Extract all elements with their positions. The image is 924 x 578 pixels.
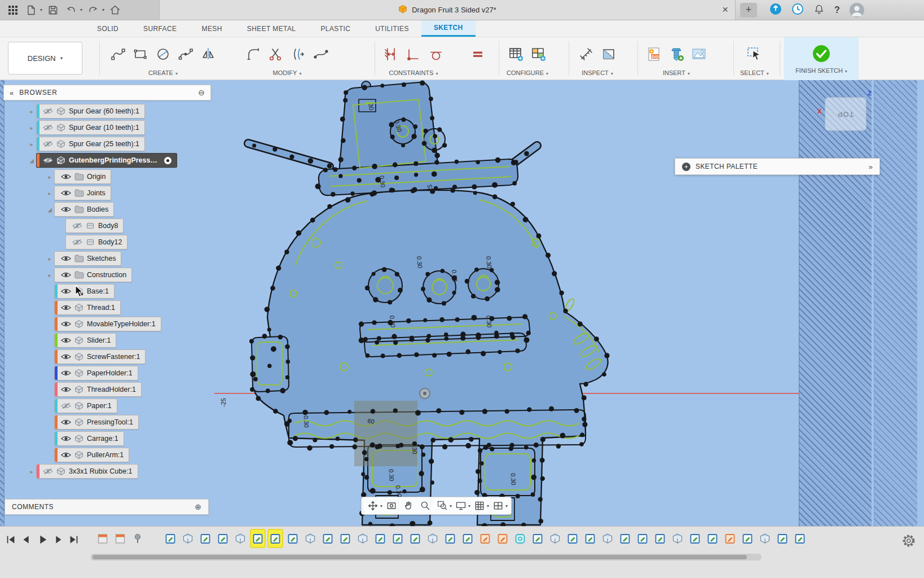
browser-item-gutenbergprintingpress[interactable]: GutenbergPrintingPress… (36, 153, 177, 168)
timeline-feature-cube[interactable] (601, 530, 614, 547)
undo-caret-icon[interactable]: ▾ (80, 7, 82, 12)
horizontal-vertical-constraint-button[interactable] (403, 42, 424, 67)
select-menu[interactable]: SELECT (740, 69, 769, 76)
visibility-eye-icon[interactable] (60, 353, 72, 360)
timeline-feature-group[interactable] (96, 530, 109, 547)
timeline-feature-sketch[interactable] (338, 530, 352, 547)
browser-item-pressingtool-1[interactable]: PressingTool:1 (54, 415, 139, 430)
browser-item-thread-1[interactable]: Thread:1 (54, 300, 121, 315)
browser-item-construction[interactable]: Construction (54, 268, 132, 282)
tangent-constraint-button[interactable] (425, 42, 447, 67)
browser-item-carrage-1[interactable]: Carrage:1 (54, 431, 124, 446)
visibility-eye-off-icon[interactable] (42, 141, 54, 147)
visibility-eye-icon[interactable] (60, 206, 72, 213)
timeline-feature-sketch[interactable] (321, 530, 335, 547)
visibility-eye-off-icon[interactable] (72, 222, 83, 229)
offset-tool-button[interactable] (288, 42, 309, 67)
go-to-end-button[interactable] (67, 532, 81, 547)
visibility-eye-icon[interactable] (60, 190, 72, 196)
home-button[interactable] (108, 3, 122, 17)
timeline-feature-cube[interactable] (548, 530, 562, 547)
disclosure-collapsed-icon[interactable]: ▸ (45, 272, 54, 278)
visibility-eye-off-icon[interactable] (42, 468, 54, 475)
timeline-feature-sketch[interactable] (583, 530, 597, 547)
insert-fastener-button[interactable] (666, 42, 687, 67)
tab-surface[interactable]: SURFACE (131, 20, 189, 37)
timeline-feature-sketch[interactable] (531, 530, 544, 547)
timeline-feature-cube[interactable] (758, 530, 772, 547)
browser-minimize-icon[interactable]: ⊖ (198, 88, 205, 97)
timeline-feature-cube[interactable] (356, 530, 369, 547)
timeline-feature-pin[interactable] (131, 530, 144, 547)
view-cube-top-face[interactable]: TOP (837, 110, 854, 119)
history-clock-icon[interactable] (791, 3, 804, 17)
timeline-feature-sketch[interactable] (688, 530, 702, 547)
timeline-feature-sketch[interactable] (653, 530, 667, 547)
browser-item-pullerarm-1[interactable]: PullerArm:1 (54, 448, 129, 462)
insert-canvas-button[interactable] (688, 42, 710, 67)
timeline-feature-sketch[interactable] (776, 530, 789, 547)
app-menu-button[interactable] (6, 3, 20, 17)
circle-tool-button[interactable] (152, 42, 174, 67)
browser-item-threadholder-1[interactable]: ThreadHolder:1 (54, 382, 142, 397)
browser-item-sketches[interactable]: Sketches (54, 251, 121, 266)
timeline-feature-warn[interactable] (496, 530, 509, 547)
play-button[interactable] (35, 532, 50, 547)
fillet-tool-button[interactable] (243, 42, 264, 67)
step-back-button[interactable] (19, 532, 34, 547)
redo-button[interactable] (86, 3, 100, 17)
insert-menu[interactable]: INSERT (663, 69, 690, 76)
modify-menu[interactable]: MODIFY (273, 69, 302, 76)
browser-item-3x3x1-rubix-cube-1[interactable]: 3x3x1 Rubix Cube:1 (36, 464, 138, 479)
disclosure-collapsed-icon[interactable]: ▸ (27, 125, 36, 131)
visibility-eye-off-icon[interactable] (60, 402, 72, 409)
timeline-feature-sketch[interactable] (566, 530, 579, 547)
spline-tool-button[interactable] (175, 42, 196, 67)
visibility-eye-off-icon[interactable] (42, 124, 54, 131)
timeline-scrollbar[interactable] (90, 554, 762, 561)
visibility-eye-icon[interactable] (60, 272, 72, 278)
disclosure-collapsed-icon[interactable]: ▸ (45, 256, 54, 262)
configure-button[interactable] (505, 42, 527, 67)
equal-constraint-button[interactable] (467, 42, 489, 67)
timeline-feature-sketch[interactable] (408, 530, 422, 547)
tab-plastic[interactable]: PLASTIC (308, 20, 363, 37)
add-comment-icon[interactable]: ⊕ (195, 502, 201, 511)
viewports-caret-icon[interactable]: ▾ (505, 503, 508, 509)
create-menu[interactable]: CREATE (148, 69, 178, 76)
browser-item-paperholder-1[interactable]: PaperHolder:1 (54, 366, 138, 380)
sketch-dimension-button[interactable] (380, 42, 402, 67)
disclosure-open-icon[interactable]: ◢ (45, 207, 54, 213)
zoom-window-button[interactable] (434, 498, 450, 513)
browser-item-body8[interactable]: Body8 (65, 218, 124, 233)
visibility-eye-icon[interactable] (60, 288, 72, 295)
browser-item-spur-gear-60-teeth-1[interactable]: Spur Gear (60 teeth):1 (36, 104, 145, 119)
tab-solid[interactable]: SOLID (85, 20, 131, 37)
visibility-eye-off-icon[interactable] (42, 108, 54, 115)
section-analysis-button[interactable] (598, 42, 619, 67)
comments-bar[interactable]: COMMENTS ⊕ (5, 499, 209, 515)
visibility-eye-icon[interactable] (60, 370, 72, 376)
visibility-eye-icon[interactable] (60, 321, 72, 327)
sketch-palette[interactable]: + SKETCH PALETTE » (675, 158, 880, 175)
undo-button[interactable] (64, 3, 78, 17)
help-icon[interactable]: ? (834, 5, 840, 15)
pan-button[interactable] (401, 498, 416, 513)
constraints-menu[interactable]: CONSTRAINTS (389, 69, 438, 76)
file-caret-icon[interactable]: ▾ (40, 7, 42, 12)
activate-component-radio[interactable] (164, 157, 171, 164)
timeline-feature-sketch[interactable] (164, 530, 177, 547)
inspect-menu[interactable]: INSPECT (582, 69, 613, 76)
new-file-button[interactable] (24, 3, 38, 17)
visibility-eye-icon[interactable] (60, 304, 72, 311)
timeline-feature-sketch[interactable] (706, 530, 719, 547)
timeline-feature-sketch[interactable] (618, 530, 632, 547)
timeline-feature-teal[interactable] (513, 530, 527, 547)
line-tool-button[interactable] (107, 42, 129, 67)
tab-mesh[interactable]: MESH (190, 20, 235, 37)
zoom-button[interactable] (417, 498, 433, 513)
browser-item-paper-1[interactable]: Paper:1 (54, 399, 117, 413)
visibility-eye-icon[interactable] (60, 419, 72, 426)
disclosure-collapsed-icon[interactable]: ▸ (27, 141, 36, 147)
viewports-button[interactable] (490, 498, 506, 513)
